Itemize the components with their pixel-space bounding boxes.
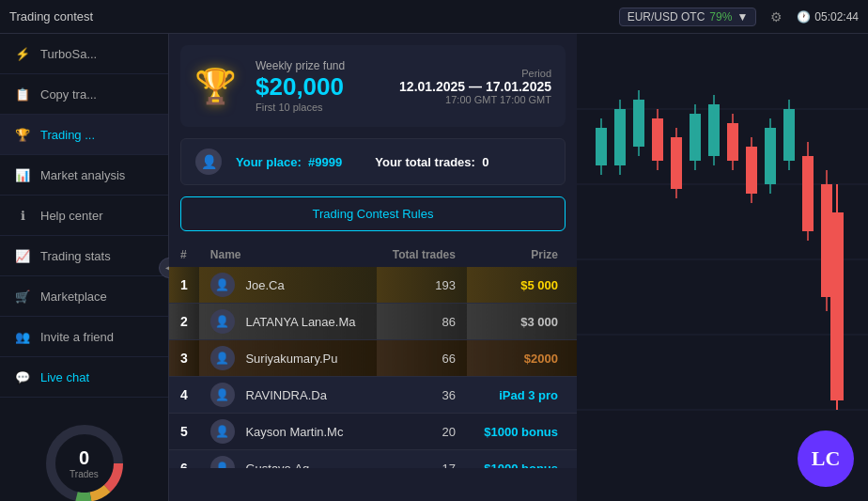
- rank-number: 5: [180, 424, 188, 439]
- right-panel: LC: [577, 34, 868, 501]
- prize-value: $1000 bonus: [467, 450, 577, 469]
- your-trades-value: 0: [482, 155, 488, 169]
- rank-number: 6: [180, 461, 188, 468]
- chart-settings-icon[interactable]: ⚙: [770, 9, 783, 24]
- sidebar-item-livechat[interactable]: 💬 Live chat: [0, 357, 168, 398]
- help-icon: ℹ: [14, 207, 31, 224]
- chevron-down-icon: ▼: [736, 10, 748, 23]
- rank-number: 4: [180, 387, 188, 402]
- header-prize: Prize: [467, 243, 577, 267]
- trades-count: 0: [70, 447, 99, 469]
- sidebar-item-invite[interactable]: 👥 Invite a friend: [0, 317, 168, 357]
- trophy-icon: 🏆: [194, 67, 237, 106]
- period-label: Period: [399, 68, 551, 79]
- sidebar-label-turbosave: TurboSa...: [40, 47, 97, 61]
- table-row[interactable]: 6 👤 Gustavo.Aq 17 $1000 bonus: [169, 450, 577, 469]
- header-trades: Total trades: [377, 243, 467, 267]
- sidebar-label-trading: Trading ...: [40, 128, 95, 142]
- center-panel: 🏆 Weekly prize fund $20,000 First 10 pla…: [169, 34, 577, 501]
- player-avatar: 👤: [210, 273, 235, 297]
- player-avatar: 👤: [210, 309, 235, 334]
- sidebar-label-livechat: Live chat: [40, 370, 89, 384]
- period-dates: 12.01.2025 — 17.01.2025: [399, 79, 551, 94]
- trade-count: 193: [377, 267, 467, 304]
- sidebar-label-copytrade: Copy tra...: [40, 87, 97, 102]
- live-support-button[interactable]: LC: [798, 431, 854, 487]
- sidebar-label-market: Market analysis: [40, 168, 125, 182]
- current-time: 05:02:44: [814, 10, 859, 23]
- invite-icon: 👥: [14, 328, 31, 345]
- table-row[interactable]: 4 👤 RAVINDRA.Da 36 iPad 3 pro: [169, 377, 577, 414]
- rank-number: 2: [180, 314, 188, 329]
- contest-title: Trading contest: [9, 9, 93, 23]
- sidebar-label-marketplace: Marketplace: [40, 290, 107, 304]
- your-place-value: #9999: [308, 155, 342, 169]
- player-avatar: 👤: [210, 419, 235, 444]
- currency-percent: 79%: [709, 10, 732, 23]
- sidebar-item-stats[interactable]: 📈 Trading stats: [0, 236, 168, 276]
- prize-value: $5 000: [467, 267, 577, 304]
- player-name: LATANYA Lanae.Ma: [245, 315, 355, 329]
- player-avatar: 👤: [210, 383, 235, 407]
- rank-number: 3: [180, 351, 188, 366]
- prize-details: Weekly prize fund $20,000 First 10 place…: [256, 59, 380, 113]
- prize-places: First 10 places: [256, 102, 380, 113]
- rules-button[interactable]: Trading Contest Rules: [180, 196, 566, 231]
- period-time: 17:00 GMT 17:00 GMT: [399, 94, 551, 105]
- prize-amount: $20,000: [256, 72, 380, 102]
- sidebar-label-stats: Trading stats: [40, 249, 111, 263]
- livechat-icon: 💬: [14, 368, 31, 385]
- player-name: Suriyakumary.Pu: [245, 352, 337, 366]
- sidebar-item-marketplace[interactable]: 🛒 Marketplace: [0, 276, 168, 317]
- trade-count: 86: [377, 304, 467, 340]
- table-row[interactable]: 1 👤 Joe.Ca 193 $5 000: [169, 267, 577, 304]
- sidebar-item-copytrade[interactable]: 📋 Copy tra...: [0, 74, 168, 115]
- main-layout: ⚡ TurboSa... 📋 Copy tra... 🏆 Trading ...…: [0, 34, 868, 501]
- leaderboard-scroll[interactable]: # Name Total trades Prize 1 👤 Joe.Ca 193…: [169, 243, 577, 468]
- prize-value: iPad 3 pro: [467, 377, 577, 414]
- rules-btn-container: Trading Contest Rules: [180, 196, 566, 231]
- prize-value: $3 000: [467, 304, 577, 340]
- player-name: Joe.Ca: [245, 278, 284, 292]
- top-bar: Trading contest EUR/USD OTC 79% ▼ ⚙ 🕐 05…: [0, 0, 868, 34]
- your-place-label: Your place:: [236, 155, 302, 169]
- sidebar-item-trading[interactable]: 🏆 Trading ...: [0, 115, 168, 155]
- top-bar-left: Trading contest: [9, 9, 93, 23]
- table-row[interactable]: 5 👤 Kayson Martin.Mc 20 $1000 bonus: [169, 414, 577, 450]
- table-row[interactable]: 3 👤 Suriyakumary.Pu 66 $2000: [169, 340, 577, 377]
- sidebar-item-turbosave[interactable]: ⚡ TurboSa...: [0, 34, 168, 74]
- marketplace-icon: 🛒: [14, 288, 31, 305]
- prize-value: $1000 bonus: [467, 414, 577, 450]
- player-avatar: 👤: [210, 346, 235, 370]
- player-name: Kayson Martin.Mc: [245, 425, 343, 439]
- copytrade-icon: 📋: [14, 86, 31, 102]
- prize-value: $2000: [467, 340, 577, 377]
- player-name: RAVINDRA.Da: [245, 388, 326, 402]
- sidebar: ⚡ TurboSa... 📋 Copy tra... 🏆 Trading ...…: [0, 34, 169, 501]
- trade-count: 20: [377, 414, 467, 450]
- player-name: Gustavo.Aq: [245, 462, 309, 469]
- rank-number: 1: [180, 277, 188, 292]
- live-support-icon: LC: [812, 446, 841, 471]
- top-bar-right: EUR/USD OTC 79% ▼ ⚙ 🕐 05:02:44: [619, 8, 859, 26]
- trade-count: 17: [377, 450, 467, 469]
- period-details: Period 12.01.2025 — 17.01.2025 17:00 GMT…: [399, 68, 551, 105]
- sidebar-item-market[interactable]: 📊 Market analysis: [0, 155, 168, 196]
- trade-count: 66: [377, 340, 467, 377]
- leaderboard-table: # Name Total trades Prize 1 👤 Joe.Ca 193…: [169, 243, 577, 468]
- turbosave-icon: ⚡: [14, 45, 31, 62]
- currency-pair-label: EUR/USD OTC: [628, 10, 705, 23]
- prize-section: 🏆 Weekly prize fund $20,000 First 10 pla…: [180, 45, 566, 127]
- sidebar-label-help: Help center: [40, 209, 102, 223]
- trade-count: 36: [377, 377, 467, 414]
- table-row[interactable]: 2 👤 LATANYA Lanae.Ma 86 $3 000: [169, 304, 577, 340]
- user-avatar: 👤: [195, 149, 222, 175]
- player-avatar: 👤: [210, 456, 235, 468]
- sidebar-label-invite: Invite a friend: [40, 330, 114, 344]
- currency-pair-badge[interactable]: EUR/USD OTC 79% ▼: [619, 8, 757, 26]
- stats-icon: 📈: [14, 247, 31, 264]
- sidebar-item-help[interactable]: ℹ Help center: [0, 196, 168, 236]
- time-display: 🕐 05:02:44: [797, 10, 859, 23]
- your-place-section: 👤 Your place: #9999 Your total trades: 0: [180, 138, 566, 185]
- prize-label: Weekly prize fund: [256, 59, 380, 72]
